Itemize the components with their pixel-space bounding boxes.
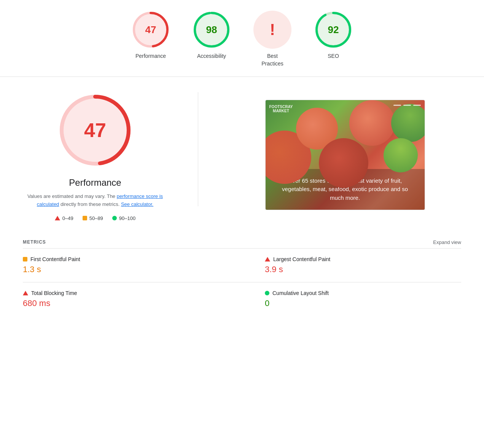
metric-tbt-header: Total Blocking Time: [23, 290, 242, 296]
fruit-circle-3: [319, 138, 368, 188]
performance-title: Performance: [69, 177, 121, 188]
best-practices-score-label: BestPractices: [261, 53, 283, 67]
legend-ok: 50–89: [83, 215, 103, 221]
lcp-value: 3.9 s: [265, 265, 461, 274]
vertical-divider: [198, 92, 198, 206]
menu-dot-1: [393, 105, 401, 106]
metric-fcp: First Contentful Paint 1.3 s: [23, 248, 242, 282]
tbt-value: 680 ms: [23, 298, 242, 308]
lcp-indicator-icon: [265, 257, 270, 261]
fcp-name: First Contentful Paint: [30, 256, 80, 262]
scores-bar: 47 Performance 98 Accessibility ! BestPr…: [0, 0, 484, 77]
legend-ok-range: 50–89: [89, 215, 103, 221]
preview-nav: FOOTSCRAYMARKET: [266, 103, 425, 115]
legend-bad-range: 0–49: [62, 215, 73, 221]
best-practices-circle: !: [253, 11, 291, 49]
legend-triangle-red-icon: [55, 216, 60, 220]
calculator-link[interactable]: See calculator.: [121, 201, 153, 207]
preview-menu: [393, 105, 421, 113]
fcp-value: 1.3 s: [23, 265, 242, 274]
accessibility-score-value: 98: [206, 24, 217, 36]
legend-bad: 0–49: [55, 215, 73, 221]
cls-value: 0: [265, 298, 461, 308]
fruit-background: [266, 100, 425, 210]
menu-dot-3: [413, 105, 421, 106]
metric-fcp-header: First Contentful Paint: [23, 256, 242, 262]
metric-cls: Cumulative Layout Shift 0: [242, 282, 461, 316]
score-item-best-practices[interactable]: ! BestPractices: [253, 11, 291, 67]
performance-right-panel: FOOTSCRAYMARKET Over 65 stores with the …: [229, 92, 461, 210]
seo-score-label: SEO: [328, 53, 339, 60]
legend-good-range: 90–100: [119, 215, 135, 221]
tbt-indicator-icon: [23, 291, 28, 295]
performance-score-label: Performance: [135, 53, 166, 60]
legend-good: 90–100: [112, 215, 135, 221]
accessibility-score-label: Accessibility: [197, 53, 226, 60]
description-mid: directly from these metrics.: [59, 201, 121, 207]
best-practices-exclaim-icon: !: [270, 21, 275, 39]
tbt-name: Total Blocking Time: [31, 290, 77, 296]
performance-score-value: 47: [145, 24, 156, 36]
metric-tbt: Total Blocking Time 680 ms: [23, 282, 242, 316]
legend-circle-green-icon: [112, 216, 117, 220]
legend-square-orange-icon: [83, 216, 87, 220]
metric-cls-header: Cumulative Layout Shift: [265, 290, 461, 296]
metrics-section: METRICS Expand view First Contentful Pai…: [23, 236, 461, 316]
main-content: 47 Performance Values are estimated and …: [0, 77, 484, 331]
performance-section: 47 Performance Values are estimated and …: [23, 92, 461, 221]
cls-indicator-icon: [265, 291, 269, 295]
description-plain: Values are estimated and may vary. The: [27, 193, 117, 199]
score-item-seo[interactable]: 92 SEO: [314, 11, 352, 60]
preview-logo: FOOTSCRAYMARKET: [269, 105, 293, 113]
accessibility-circle: 98: [193, 11, 231, 49]
lcp-name: Largest Contentful Paint: [273, 256, 330, 262]
score-item-accessibility[interactable]: 98 Accessibility: [193, 11, 231, 60]
expand-view-button[interactable]: Expand view: [433, 239, 461, 245]
performance-description: Values are estimated and may vary. The p…: [27, 193, 164, 209]
performance-circle: 47: [132, 11, 170, 49]
seo-score-value: 92: [328, 24, 339, 36]
fcp-indicator-icon: [23, 257, 27, 261]
cls-name: Cumulative Layout Shift: [272, 290, 329, 296]
metrics-grid: First Contentful Paint 1.3 s Largest Con…: [23, 248, 461, 316]
large-performance-circle: 47: [57, 92, 133, 168]
fruit-circle-6: [384, 138, 418, 172]
metrics-title: METRICS: [23, 239, 46, 245]
metric-lcp-header: Largest Contentful Paint: [265, 256, 461, 262]
metrics-header: METRICS Expand view: [23, 236, 461, 248]
website-preview: FOOTSCRAYMARKET Over 65 stores with the …: [265, 100, 425, 210]
performance-left-panel: 47 Performance Values are estimated and …: [23, 92, 167, 221]
seo-circle: 92: [314, 11, 352, 49]
metric-lcp: Largest Contentful Paint 3.9 s: [242, 248, 461, 282]
score-item-performance[interactable]: 47 Performance: [132, 11, 170, 60]
legend-row: 0–49 50–89 90–100: [55, 215, 135, 221]
large-performance-score: 47: [84, 119, 106, 142]
menu-dot-2: [403, 105, 411, 106]
